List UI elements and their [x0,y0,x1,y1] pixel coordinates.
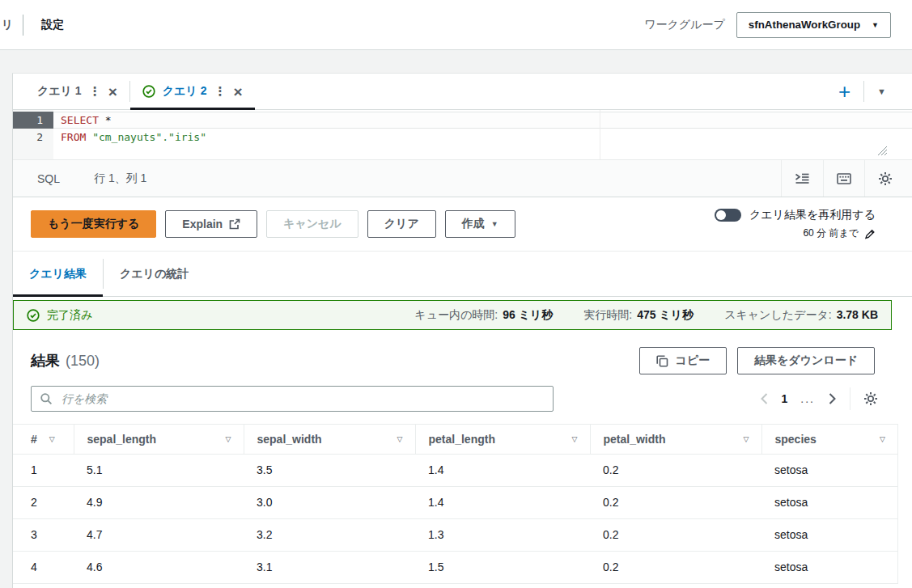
close-icon[interactable]: × [233,84,242,99]
cell-sepal-length: 5.1 [74,454,244,486]
tab-query-stats[interactable]: クエリの統計 [104,252,205,296]
column-label: species [775,433,817,446]
cursor-position: 行 1、列 1 [60,171,146,186]
explain-label: Explain [182,218,223,231]
cell-sepal-width: 3.2 [244,518,415,551]
current-page[interactable]: 1 [782,392,788,405]
run-time-label: 実行時間: [583,308,632,321]
column-label: petal_length [429,433,495,446]
table-header-row: #▽ sepal_length▽ sepal_width▽ petal_leng… [13,425,897,454]
filter-icon[interactable]: ▽ [226,435,231,443]
search-rows-input[interactable] [60,391,545,406]
query-tab-1-label: クエリ 1 [37,84,82,99]
add-query-tab-button[interactable]: + [825,81,863,102]
column-header-index[interactable]: #▽ [13,425,74,454]
results-toolbar: 1 ... [13,374,912,412]
cell-petal-width: 0.2 [590,454,761,486]
top-navigation-bar: リ 設定 ワークグループ sfnAthenaWorkGroup ▼ [0,0,912,50]
copy-label: コピー [675,353,710,368]
cell-sepal-width: 3.5 [244,454,415,486]
filter-icon[interactable]: ▽ [572,435,578,443]
tab-list-dropdown-icon[interactable]: ▼ [864,87,899,96]
table-row: 1 5.1 3.5 1.4 0.2 setosa [13,454,897,486]
editor-settings-button[interactable] [864,160,906,197]
run-time-value: 475 ミリ秒 [637,308,694,321]
previous-page-button[interactable] [760,392,769,405]
format-code-icon [795,172,810,184]
filter-icon[interactable]: ▽ [49,435,55,443]
create-dropdown-button[interactable]: 作成 ▼ [445,210,515,238]
sql-keyword: SELECT [61,114,99,126]
cell-sepal-width: 3.1 [244,551,415,583]
cancel-button[interactable]: キャンセル [266,210,358,238]
results-count: (150) [66,353,100,370]
table-row: 3 4.7 3.2 1.3 0.2 setosa [13,518,897,551]
keyboard-shortcuts-button[interactable] [823,160,864,197]
settings-nav-item[interactable]: 設定 [23,18,82,32]
cell-petal-width: 0.2 [590,518,761,551]
cell-petal-width: 0.2 [590,486,761,518]
reuse-results-toggle[interactable] [715,209,741,222]
line-number: 1 [13,112,53,129]
edit-pencil-icon[interactable] [864,228,876,239]
code-content[interactable]: SELECT *FROM "cm_nayuts"."iris" [53,110,206,159]
cell-sepal-width: 3.0 [244,486,415,518]
cell-petal-length: 1.4 [415,454,590,486]
kebab-menu-icon[interactable]: ⋮ [214,84,226,99]
workgroup-dropdown[interactable]: sfnAthenaWorkGroup ▼ [736,12,891,38]
kebab-menu-icon[interactable]: ⋮ [89,84,101,99]
table-preferences-button[interactable] [863,391,878,406]
next-page-button[interactable] [828,392,837,405]
column-header-sepal-width[interactable]: sepal_width▽ [244,425,415,454]
explain-button[interactable]: Explain [165,210,257,238]
filter-icon[interactable]: ▽ [397,435,403,443]
clear-button[interactable]: クリア [367,210,436,238]
table-row: 4 4.6 3.1 1.5 0.2 setosa [13,551,897,583]
cell-species: setosa [761,518,897,551]
column-header-petal-width[interactable]: petal_width▽ [590,425,761,454]
format-query-button[interactable] [781,160,823,197]
query-tab-1[interactable]: クエリ 1 ⋮ × [25,74,129,109]
pager-divider [850,387,850,410]
tab-query-results[interactable]: クエリ結果 [13,252,103,296]
queue-time-stat: キュー内の時間:96 ミリ秒 [414,308,553,323]
external-link-icon [229,218,240,230]
cell-species: setosa [761,486,897,518]
reuse-results-block: クエリ結果を再利用する 60 分 前まで [715,208,876,240]
query-tab-2[interactable]: クエリ 2 ⋮ × [130,74,255,109]
page-ellipsis: ... [800,392,815,405]
create-label: 作成 [462,217,485,231]
success-check-icon [142,85,155,98]
column-header-species[interactable]: species▽ [761,425,897,454]
cell-species: setosa [761,551,897,583]
data-scanned-stat: スキャンしたデータ:3.78 KB [724,308,878,323]
column-label: sepal_width [257,433,322,446]
resize-handle-icon[interactable] [877,146,888,156]
keyboard-icon [837,173,851,184]
chevron-right-icon [828,392,837,405]
gear-icon [878,171,893,186]
query-actions-row: もう一度実行する Explain キャンセル クリア 作成 ▼ クエリ結果を再利… [13,197,912,252]
cell-petal-length: 1.4 [415,486,590,518]
download-results-button[interactable]: 結果をダウンロード [737,347,875,374]
data-scanned-label: スキャンしたデータ: [724,308,832,321]
filter-icon[interactable]: ▽ [880,435,885,443]
workgroup-label: ワークグループ [644,18,725,32]
copy-button[interactable]: コピー [639,347,727,374]
chevron-down-icon: ▼ [872,21,879,29]
column-header-sepal-length[interactable]: sepal_length▽ [74,425,244,454]
cell-index: 3 [13,518,74,551]
truncated-nav-item[interactable]: リ [0,18,23,32]
print-margin-line [600,110,600,159]
column-header-petal-length[interactable]: petal_length▽ [415,425,590,454]
search-box[interactable] [31,386,554,412]
gear-icon [863,391,878,406]
cell-sepal-length: 4.7 [74,518,244,551]
close-icon[interactable]: × [108,84,117,99]
results-tab-bar: クエリ結果 クエリの統計 [13,252,912,297]
sql-code-editor[interactable]: 1 2 SELECT *FROM "cm_nayuts"."iris" [13,110,912,159]
filter-icon[interactable]: ▽ [744,435,749,443]
query-tab-2-label: クエリ 2 [163,84,207,99]
run-again-button[interactable]: もう一度実行する [31,210,156,238]
query-tab-bar: クエリ 1 ⋮ × クエリ 2 ⋮ × + ▼ [13,74,912,110]
